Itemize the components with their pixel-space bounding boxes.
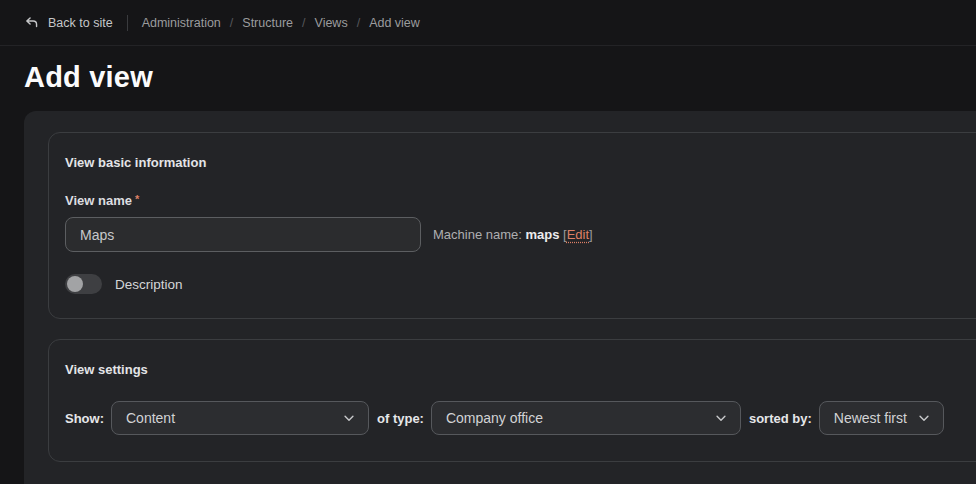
show-select[interactable]: Content: [111, 401, 369, 435]
view-settings-heading: View settings: [65, 362, 976, 377]
breadcrumb-add-view: Add view: [369, 16, 420, 30]
breadcrumb-views[interactable]: Views: [315, 16, 348, 30]
content-container: View basic information View name* Machin…: [24, 111, 976, 484]
description-toggle[interactable]: [65, 274, 102, 294]
view-name-label-text: View name: [65, 193, 132, 208]
admin-toolbar: Back to site Administration / Structure …: [0, 0, 976, 46]
breadcrumb-separator: /: [230, 16, 233, 30]
view-name-label: View name*: [65, 193, 976, 208]
description-toggle-row: Description: [65, 274, 976, 294]
show-label: Show:: [65, 411, 104, 426]
machine-name-value: maps: [526, 227, 560, 242]
of-type-label: of type:: [377, 411, 424, 426]
edit-bracket-open: [: [559, 227, 566, 242]
view-settings-panel: View settings Show: Content of type: Com…: [48, 339, 976, 462]
breadcrumb-separator: /: [357, 16, 360, 30]
add-view-page: Back to site Administration / Structure …: [0, 0, 976, 484]
back-arrow-icon: [24, 15, 39, 30]
show-select-value: Content: [126, 410, 175, 426]
required-mark: *: [135, 193, 139, 205]
of-type-select[interactable]: Company office: [431, 401, 741, 435]
of-type-select-value: Company office: [446, 410, 543, 426]
chevron-down-icon: [342, 411, 356, 425]
sorted-by-select-value: Newest first: [834, 410, 907, 426]
breadcrumb: Administration / Structure / Views / Add…: [142, 16, 420, 30]
back-to-site-link[interactable]: Back to site: [24, 15, 113, 30]
basic-info-heading: View basic information: [65, 155, 976, 170]
breadcrumb-separator: /: [302, 16, 305, 30]
sorted-by-label: sorted by:: [749, 411, 812, 426]
toggle-knob: [67, 276, 83, 292]
view-name-input[interactable]: [65, 217, 421, 252]
back-to-site-label: Back to site: [48, 16, 113, 30]
description-toggle-label: Description: [115, 277, 183, 292]
breadcrumb-structure[interactable]: Structure: [242, 16, 293, 30]
page-title: Add view: [24, 59, 952, 95]
machine-name-prefix: Machine name:: [433, 227, 526, 242]
basic-info-panel: View basic information View name* Machin…: [48, 132, 976, 319]
breadcrumb-administration[interactable]: Administration: [142, 16, 221, 30]
view-settings-row: Show: Content of type: Company office: [65, 401, 976, 435]
chevron-down-icon: [917, 411, 931, 425]
toolbar-divider: [127, 15, 128, 31]
machine-name-edit-link[interactable]: Edit: [567, 227, 589, 242]
sorted-by-select[interactable]: Newest first: [819, 401, 944, 435]
machine-name: Machine name: maps [Edit]: [433, 227, 593, 242]
view-name-row: Machine name: maps [Edit]: [65, 217, 976, 252]
page-header: Add view: [0, 46, 976, 95]
chevron-down-icon: [714, 411, 728, 425]
edit-bracket-close: ]: [589, 227, 593, 242]
